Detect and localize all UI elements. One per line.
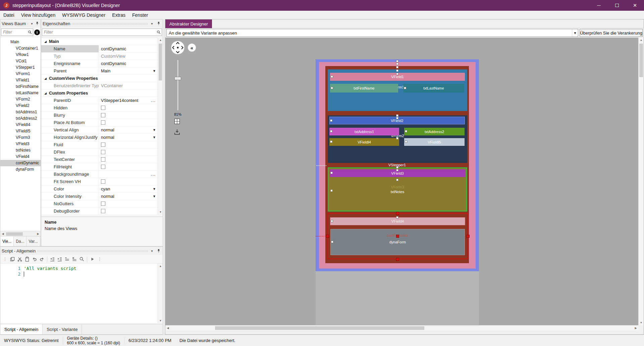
- cut-icon[interactable]: [16, 256, 23, 263]
- property-value[interactable]: normal▼: [99, 134, 158, 141]
- canvas-txtlastname[interactable]: txtLastName: [403, 84, 464, 93]
- property-row-color[interactable]: Colorcyan▼: [41, 185, 158, 193]
- property-row-place-at-bottom[interactable]: Place At Bottom: [41, 119, 158, 126]
- tree-item[interactable]: VStepper1: [0, 64, 41, 71]
- property-value[interactable]: VStepper14content...: [99, 97, 158, 104]
- resize-handle-left[interactable]: [326, 235, 329, 238]
- properties-filter-input[interactable]: [42, 28, 162, 36]
- tree-item[interactable]: VCol1: [0, 58, 41, 64]
- property-value[interactable]: normal▼: [99, 193, 158, 200]
- chevron-down-icon[interactable]: ▼: [153, 135, 156, 139]
- scroll-up-icon[interactable]: ▲: [158, 38, 163, 43]
- menu-datei[interactable]: Datei: [0, 11, 18, 19]
- pin-icon[interactable]: [156, 21, 161, 26]
- property-value[interactable]: contDynamic: [99, 60, 158, 67]
- collapse-icon[interactable]: ◢: [44, 77, 49, 80]
- designer-vertical-scrollbar[interactable]: ▲ ▼: [638, 38, 644, 325]
- property-row-fluid[interactable]: Fluid: [41, 141, 158, 149]
- property-row-horizontal-align[interactable]: Horizontal Align/Justifynormal▼: [41, 134, 158, 141]
- zoom-slider-handle[interactable]: [174, 77, 181, 80]
- tree-item[interactable]: txtLastName: [0, 90, 41, 96]
- tree-item[interactable]: VField2: [0, 103, 41, 109]
- checkbox[interactable]: [101, 201, 105, 206]
- checkbox[interactable]: [101, 150, 105, 154]
- check-anchoring-button[interactable]: Überprüfen Sie die Verankerung: [580, 29, 643, 37]
- designer-horizontal-scrollbar[interactable]: ◀ ▶: [165, 325, 638, 331]
- comment-icon[interactable]: [64, 256, 70, 263]
- scrollbar-thumb[interactable]: [159, 44, 162, 80]
- canvas-vform1[interactable]: VForm1 VField1 txtFirstName txtLastName: [328, 69, 467, 111]
- tab-views[interactable]: Vie...: [0, 236, 14, 246]
- scroll-up-icon[interactable]: ▲: [639, 38, 644, 43]
- uncomment-icon[interactable]: [71, 256, 78, 263]
- checkbox[interactable]: [101, 113, 105, 117]
- property-row-color-intensity[interactable]: Color Intensitynormal▼: [41, 193, 158, 200]
- property-row-ereignisname[interactable]: EreignisnamecontDynamic: [41, 60, 158, 67]
- checkbox[interactable]: [101, 165, 105, 169]
- resize-handle-right[interactable]: [467, 235, 470, 238]
- tree-item[interactable]: txtAddress1: [0, 109, 41, 115]
- tree-item[interactable]: dynaForm: [0, 166, 41, 173]
- tab-variables[interactable]: Var...: [26, 236, 40, 246]
- scrollbar-thumb[interactable]: [6, 232, 23, 236]
- checkbox[interactable]: [101, 142, 105, 147]
- chevron-down-icon[interactable]: ▼: [153, 187, 156, 191]
- tab-script-variante[interactable]: Script - Variante: [43, 324, 82, 334]
- menu-fenster[interactable]: Fenster: [129, 11, 151, 19]
- canvas-txtfirstname[interactable]: txtFirstName: [330, 84, 398, 93]
- script-editor[interactable]: 1 'All variants script 2 ▲ ▼: [0, 264, 163, 323]
- properties-scrollbar[interactable]: ▲ ▼: [158, 38, 163, 215]
- variant-selector[interactable]: An die gewählte Variante anpassen ▼: [166, 29, 578, 37]
- chevron-down-icon[interactable]: ▼: [153, 69, 156, 73]
- close-button[interactable]: ×: [626, 0, 644, 11]
- canvas-vstepper1[interactable]: VForm1 VField1 txtFirstName txtLastName …: [325, 66, 469, 263]
- chevron-down-icon[interactable]: ▼: [153, 194, 156, 198]
- artboard[interactable]: VForm1 VField1 txtFirstName txtLastName …: [316, 59, 479, 325]
- scroll-right-icon[interactable]: ▶: [36, 231, 41, 236]
- property-value[interactable]: contDynamic: [99, 45, 158, 52]
- zoom-slider-track[interactable]: [176, 59, 179, 111]
- panel-menu-icon[interactable]: ▾: [149, 248, 155, 253]
- tree-item-selected[interactable]: contDynamic: [0, 160, 41, 166]
- tree-item[interactable]: VField4: [0, 154, 41, 160]
- fit-view-button[interactable]: [173, 118, 181, 125]
- tree-item[interactable]: VForm1: [0, 71, 41, 77]
- property-group-main[interactable]: ◢Main: [41, 38, 158, 45]
- minimize-button[interactable]: [590, 0, 608, 11]
- tree-horizontal-scrollbar[interactable]: ◀ ▶: [0, 231, 41, 236]
- scroll-up-icon[interactable]: ▲: [158, 264, 163, 269]
- designer-canvas[interactable]: « 81% VForm1 VField1 txtFirstName txtLas…: [165, 38, 638, 325]
- canvas-vfieldl4[interactable]: VFieldl4: [329, 138, 399, 146]
- panel-menu-icon[interactable]: ▾: [30, 21, 34, 26]
- property-row-parent[interactable]: ParentMain▼: [41, 67, 158, 75]
- move-handle-center[interactable]: [396, 235, 399, 238]
- copy-icon[interactable]: [9, 256, 16, 263]
- checkbox[interactable]: [101, 209, 105, 213]
- pan-compass[interactable]: [170, 40, 185, 55]
- tree-item[interactable]: VFieldl5: [0, 128, 41, 134]
- property-row-name[interactable]: NamecontDynamic: [41, 45, 158, 53]
- tree-item[interactable]: VField3: [0, 141, 41, 147]
- checkbox[interactable]: [101, 179, 105, 184]
- collapse-toolbox-button[interactable]: «: [187, 43, 196, 52]
- tree-item[interactable]: txtFirstName: [0, 83, 41, 90]
- property-value[interactable]: ...: [99, 171, 158, 178]
- checkbox[interactable]: [101, 106, 105, 110]
- checkbox[interactable]: [101, 120, 105, 125]
- menu-wysiwyg-designer[interactable]: WYSIWYG Designer: [59, 11, 109, 19]
- collapse-icon[interactable]: ◢: [44, 92, 49, 95]
- collapse-icon[interactable]: ◢: [44, 40, 49, 43]
- property-row-fillheight[interactable]: FillHeight: [41, 163, 158, 171]
- scroll-left-icon[interactable]: ◀: [165, 326, 170, 331]
- panel-menu-icon[interactable]: ▾: [149, 21, 155, 26]
- tree-item[interactable]: VFieldl4: [0, 122, 41, 128]
- pin-icon[interactable]: [35, 21, 39, 26]
- property-row-benutzerdefinierter-typ[interactable]: Benutzerdefinierter TypVContainer: [41, 82, 158, 90]
- tab-script-allgemein[interactable]: Script - Allgemein: [0, 324, 43, 334]
- outdent-icon[interactable]: [49, 256, 56, 263]
- property-row-hidden[interactable]: Hidden: [41, 104, 158, 112]
- property-value[interactable]: normal▼: [99, 126, 158, 133]
- tree-item-main[interactable]: Main: [0, 39, 41, 45]
- property-row-blurry[interactable]: Blurry: [41, 112, 158, 119]
- property-group-customview[interactable]: ◢CustomView Properties: [41, 75, 158, 82]
